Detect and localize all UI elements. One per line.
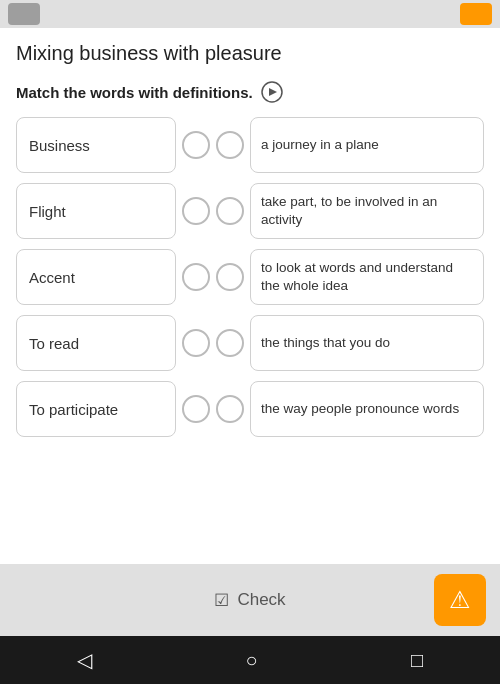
bottom-bar: ☑ Check ⚠ bbox=[0, 564, 500, 636]
match-row-3: Accent to look at words and understand t… bbox=[16, 249, 484, 305]
match-row-1: Business a journey in a plane bbox=[16, 117, 484, 173]
radio-right-5[interactable] bbox=[216, 395, 244, 423]
match-row-5: To participate the way people pronounce … bbox=[16, 381, 484, 437]
top-bar-right-btn[interactable] bbox=[460, 3, 492, 25]
radios-pair-3 bbox=[182, 263, 244, 291]
instruction-row: Match the words with definitions. bbox=[16, 81, 484, 103]
word-box-5: To participate bbox=[16, 381, 176, 437]
radio-left-3[interactable] bbox=[182, 263, 210, 291]
check-icon: ☑ bbox=[214, 590, 229, 611]
radios-pair-4 bbox=[182, 329, 244, 357]
radios-pair-2 bbox=[182, 197, 244, 225]
warning-icon: ⚠ bbox=[449, 586, 471, 614]
top-bar-left-btn[interactable] bbox=[8, 3, 40, 25]
word-label-1: Business bbox=[29, 137, 90, 154]
definition-box-3: to look at words and understand the whol… bbox=[250, 249, 484, 305]
page-title: Mixing business with pleasure bbox=[16, 42, 484, 65]
check-button[interactable]: ☑ Check bbox=[214, 590, 285, 611]
matching-area: Business a journey in a plane Flight tak… bbox=[16, 117, 484, 437]
radio-left-2[interactable] bbox=[182, 197, 210, 225]
radio-right-4[interactable] bbox=[216, 329, 244, 357]
radios-pair-5 bbox=[182, 395, 244, 423]
nav-home-button[interactable]: ○ bbox=[229, 645, 273, 676]
radios-pair-1 bbox=[182, 131, 244, 159]
radio-right-3[interactable] bbox=[216, 263, 244, 291]
svg-marker-1 bbox=[269, 88, 277, 96]
word-box-1: Business bbox=[16, 117, 176, 173]
definition-label-2: take part, to be involved in an activity bbox=[261, 193, 473, 229]
definition-box-5: the way people pronounce words bbox=[250, 381, 484, 437]
main-content: Mixing business with pleasure Match the … bbox=[0, 28, 500, 564]
word-label-5: To participate bbox=[29, 401, 118, 418]
definition-label-3: to look at words and understand the whol… bbox=[261, 259, 473, 295]
match-row-4: To read the things that you do bbox=[16, 315, 484, 371]
definition-label-4: the things that you do bbox=[261, 334, 390, 352]
word-box-3: Accent bbox=[16, 249, 176, 305]
word-label-2: Flight bbox=[29, 203, 66, 220]
word-label-4: To read bbox=[29, 335, 79, 352]
radio-left-1[interactable] bbox=[182, 131, 210, 159]
definition-box-2: take part, to be involved in an activity bbox=[250, 183, 484, 239]
radio-left-5[interactable] bbox=[182, 395, 210, 423]
top-bar bbox=[0, 0, 500, 28]
warning-button[interactable]: ⚠ bbox=[434, 574, 486, 626]
nav-bar: ◁ ○ □ bbox=[0, 636, 500, 684]
check-button-label: Check bbox=[237, 590, 285, 610]
definition-label-1: a journey in a plane bbox=[261, 136, 379, 154]
radio-left-4[interactable] bbox=[182, 329, 210, 357]
definition-box-1: a journey in a plane bbox=[250, 117, 484, 173]
definition-box-4: the things that you do bbox=[250, 315, 484, 371]
instruction-text: Match the words with definitions. bbox=[16, 84, 253, 101]
match-row-2: Flight take part, to be involved in an a… bbox=[16, 183, 484, 239]
radio-right-2[interactable] bbox=[216, 197, 244, 225]
radio-right-1[interactable] bbox=[216, 131, 244, 159]
definition-label-5: the way people pronounce words bbox=[261, 400, 459, 418]
word-label-3: Accent bbox=[29, 269, 75, 286]
nav-back-button[interactable]: ◁ bbox=[61, 644, 108, 676]
nav-recent-button[interactable]: □ bbox=[395, 645, 439, 676]
word-box-2: Flight bbox=[16, 183, 176, 239]
audio-icon[interactable] bbox=[261, 81, 283, 103]
word-box-4: To read bbox=[16, 315, 176, 371]
